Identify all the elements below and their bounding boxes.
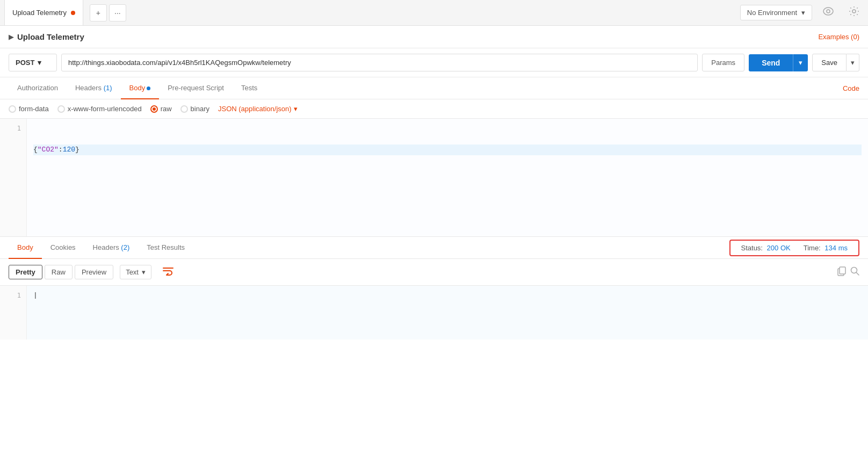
raw-option[interactable]: raw xyxy=(150,105,172,113)
resp-code-cursor: | xyxy=(33,291,38,299)
search-button[interactable] xyxy=(850,266,859,278)
time-label: Time: 134 ms xyxy=(804,244,848,252)
status-value: 200 OK xyxy=(767,244,791,252)
tab-authorization-label: Authorization xyxy=(17,84,58,92)
request-tabs: Authorization Headers (1) Body Pre-reque… xyxy=(0,77,868,99)
tab-headers-label: Headers xyxy=(75,84,104,92)
pretty-button[interactable]: Pretty xyxy=(9,265,42,279)
tab-tests[interactable]: Tests xyxy=(233,77,266,99)
svg-point-2 xyxy=(852,10,856,13)
method-select[interactable]: POST ▾ xyxy=(9,54,57,71)
tab-tests-label: Tests xyxy=(241,84,257,92)
format-bar: Pretty Raw Preview Text ▾ xyxy=(0,259,868,286)
binary-option[interactable]: binary xyxy=(180,105,209,113)
preview-button[interactable]: Preview xyxy=(75,265,113,279)
env-label: No Environment xyxy=(747,9,797,17)
resp-tab-cookies-label: Cookies xyxy=(50,243,76,251)
send-chevron-icon: ▾ xyxy=(799,59,802,67)
copy-button[interactable] xyxy=(837,266,846,278)
urlencoded-label: x-www-form-urlencoded xyxy=(68,105,142,113)
tab-prerequest-label: Pre-request Script xyxy=(168,84,224,92)
form-data-radio[interactable] xyxy=(9,105,16,113)
tab-headers[interactable]: Headers (1) xyxy=(67,77,121,99)
more-options-button[interactable]: ··· xyxy=(109,4,126,21)
method-chevron-icon: ▾ xyxy=(38,59,41,67)
params-button[interactable]: Params xyxy=(702,54,744,71)
add-tab-button[interactable]: + xyxy=(90,4,107,21)
url-input[interactable] xyxy=(61,54,698,71)
text-chevron-icon: ▾ xyxy=(142,268,146,276)
wrap-button[interactable] xyxy=(158,263,178,281)
form-data-option[interactable]: form-data xyxy=(9,105,49,113)
resp-tab-body[interactable]: Body xyxy=(9,237,42,259)
examples-link[interactable]: Examples (0) xyxy=(818,33,859,41)
tab-prerequest[interactable]: Pre-request Script xyxy=(159,77,233,99)
tab-actions: + ··· xyxy=(90,4,126,21)
binary-radio[interactable] xyxy=(180,105,188,113)
json-type-label: JSON (application/json) xyxy=(218,105,292,113)
wrap-icon xyxy=(162,267,174,278)
code-link[interactable]: Code xyxy=(843,84,859,92)
tab-authorization[interactable]: Authorization xyxy=(9,77,67,99)
save-dropdown-button[interactable]: ▾ xyxy=(847,54,859,71)
svg-line-6 xyxy=(857,273,859,276)
resp-line-numbers: 1 xyxy=(0,286,27,340)
body-options: form-data x-www-form-urlencoded raw bina… xyxy=(0,99,868,119)
text-type-select[interactable]: Text ▾ xyxy=(120,265,151,279)
tab-body[interactable]: Body xyxy=(121,77,160,99)
response-header: Body Cookies Headers (2) Test Results St… xyxy=(0,237,868,259)
request-title: Upload Telemetry xyxy=(17,32,84,41)
resp-tab-test-results-label: Test Results xyxy=(147,243,185,251)
tab-dot xyxy=(71,11,75,15)
status-box: Status: 200 OK Time: 134 ms xyxy=(729,240,859,256)
url-bar: POST ▾ Params Send ▾ Save ▾ xyxy=(0,48,868,77)
resp-tab-test-results[interactable]: Test Results xyxy=(138,237,193,259)
binary-label: binary xyxy=(191,105,209,113)
body-dot xyxy=(147,86,150,90)
eye-icon-button[interactable] xyxy=(819,3,838,23)
tab-item-upload-telemetry[interactable]: Upload Telemetry xyxy=(4,0,83,25)
response-code: | xyxy=(27,286,868,340)
tab-title: Upload Telemetry xyxy=(12,9,67,17)
resp-tab-headers[interactable]: Headers (2) xyxy=(84,237,139,259)
method-label: POST xyxy=(16,59,34,67)
resp-line-number-1: 1 xyxy=(0,290,26,301)
svg-rect-4 xyxy=(840,267,845,274)
time-value: 134 ms xyxy=(824,244,848,252)
send-dropdown-button[interactable]: ▾ xyxy=(793,54,808,71)
eye-icon xyxy=(823,7,834,18)
line-number-1: 1 xyxy=(0,123,26,134)
raw-button[interactable]: Raw xyxy=(45,265,73,279)
status-label: Status: 200 OK xyxy=(741,244,791,252)
code-editor[interactable]: {"CO2":120} xyxy=(27,119,868,236)
json-type-chevron-icon: ▾ xyxy=(294,105,298,113)
json-type-select[interactable]: JSON (application/json) ▾ xyxy=(218,105,298,113)
raw-radio[interactable] xyxy=(150,105,158,113)
resp-tab-body-label: Body xyxy=(17,243,33,251)
save-button[interactable]: Save xyxy=(812,54,847,71)
resp-action-icons xyxy=(837,266,859,278)
svg-point-5 xyxy=(851,268,857,273)
code-editor-area: 1 {"CO2":120} xyxy=(0,119,868,237)
environment-select[interactable]: No Environment ▾ xyxy=(740,5,812,20)
resp-tab-cookies[interactable]: Cookies xyxy=(42,237,84,259)
urlencoded-option[interactable]: x-www-form-urlencoded xyxy=(57,105,142,113)
request-name-bar: ▶ Upload Telemetry Examples (0) xyxy=(0,26,868,48)
send-button[interactable]: Send xyxy=(749,54,793,71)
expand-chevron[interactable]: ▶ xyxy=(9,33,14,41)
send-button-group: Send ▾ xyxy=(749,54,808,71)
svg-point-1 xyxy=(827,10,830,13)
tab-body-label: Body xyxy=(129,84,146,92)
text-type-label: Text xyxy=(126,268,139,276)
form-data-label: form-data xyxy=(19,105,49,113)
raw-label: raw xyxy=(161,105,172,113)
tab-bar: Upload Telemetry + ··· No Environment ▾ xyxy=(0,0,868,26)
chevron-down-icon: ▾ xyxy=(801,9,805,17)
line-numbers: 1 xyxy=(0,119,27,236)
gear-icon xyxy=(849,6,859,19)
urlencoded-radio[interactable] xyxy=(57,105,65,113)
gear-icon-button[interactable] xyxy=(844,3,864,23)
resp-headers-badge: (2) xyxy=(121,243,129,251)
code-line-1: {"CO2":120} xyxy=(33,145,862,155)
response-section: Body Cookies Headers (2) Test Results St… xyxy=(0,237,868,340)
